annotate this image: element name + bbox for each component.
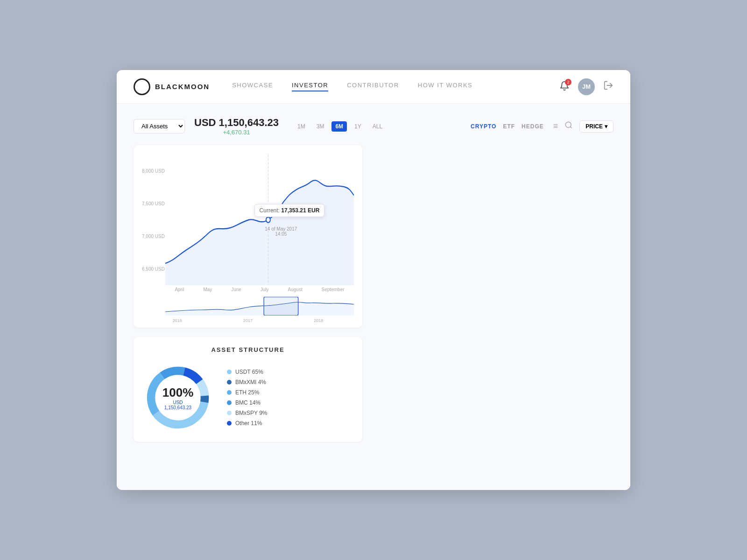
- logo-area: BLACKMOON: [134, 78, 210, 95]
- left-panel: 8,000 USD 7,500 USD 7,000 USD 6,500 USD: [134, 145, 362, 477]
- asset-structure-title: ASSET STRUCTURE: [143, 346, 353, 353]
- time-btn-all[interactable]: ALL: [369, 121, 386, 132]
- asset-structure-inner: 100% USD 1,150,643.23 USDT 65%BMxXMI 4%E…: [143, 363, 353, 433]
- nav-showcase[interactable]: SHOWCASE: [232, 82, 273, 91]
- chart-tooltip: Current: 17,353.21 EUR: [254, 204, 325, 217]
- usd-total-change: +4,670.31: [194, 129, 279, 136]
- time-btn-6m[interactable]: 6M: [331, 121, 347, 132]
- time-btn-3m[interactable]: 3M: [313, 121, 328, 132]
- notification-count: 2: [565, 79, 571, 85]
- legend-item-bmxspy: BMxSPY 9%: [227, 410, 267, 416]
- view-controls: ≡ PRICE ▾: [553, 120, 613, 133]
- svg-point-4: [266, 217, 270, 223]
- nav-contributor[interactable]: CONTRIBUTOR: [347, 82, 399, 91]
- legend-item-eth: ETH 25%: [227, 389, 267, 396]
- header-right: 2 JM: [559, 78, 613, 95]
- logo-text: BLACKMOON: [155, 83, 210, 91]
- nav-how-it-works[interactable]: HOW IT WORKS: [418, 82, 472, 91]
- svg-point-1: [566, 122, 571, 127]
- type-btn-crypto[interactable]: CRYPTO: [471, 123, 496, 130]
- header: BLACKMOON SHOWCASE INVESTOR CONTRIBUTOR …: [117, 70, 630, 104]
- svg-line-2: [571, 126, 572, 128]
- right-panel: [372, 145, 613, 477]
- donut-center: 100% USD 1,150,643.23: [161, 385, 196, 410]
- logo-icon: [134, 78, 150, 95]
- legend-item-other: Other 11%: [227, 420, 267, 427]
- asset-select[interactable]: All Assets: [134, 119, 185, 133]
- donut-chart: 100% USD 1,150,643.23: [143, 363, 213, 433]
- time-btn-1y[interactable]: 1Y: [351, 121, 365, 132]
- chart-y-labels: 8,000 USD 7,500 USD 7,000 USD 6,500 USD: [142, 154, 165, 285]
- type-filter-group: CRYPTO ETF HEDGE: [471, 123, 544, 130]
- donut-percent: 100%: [161, 385, 196, 400]
- legend-item-bmxxmi: BMxXMI 4%: [227, 379, 267, 385]
- chart-svg: [165, 154, 354, 285]
- avatar[interactable]: JM: [578, 78, 595, 95]
- legend-item-bmc: BMC 14%: [227, 399, 267, 406]
- chart-card: 8,000 USD 7,500 USD 7,000 USD 6,500 USD: [134, 145, 362, 328]
- total-value-display: USD 1,150,643.23 +4,670.31: [194, 117, 279, 136]
- svg-rect-5: [264, 297, 298, 315]
- chart-container: 8,000 USD 7,500 USD 7,000 USD 6,500 USD: [142, 154, 354, 285]
- main-content: All Assets USD 1,150,643.23 +4,670.31 1M…: [117, 104, 630, 490]
- time-btn-1m[interactable]: 1M: [294, 121, 309, 132]
- search-icon[interactable]: [564, 121, 573, 132]
- type-btn-hedge[interactable]: HEDGE: [521, 123, 544, 130]
- notification-bell[interactable]: 2: [559, 81, 570, 93]
- chart-date-label: 14 of May 2017 14:05: [265, 226, 297, 237]
- asset-legend: USDT 65%BMxXMI 4%ETH 25%BMC 14%BMxSPY 9%…: [227, 369, 267, 427]
- mini-chart: [165, 297, 354, 315]
- top-bar: All Assets USD 1,150,643.23 +4,670.31 1M…: [134, 117, 613, 136]
- type-btn-etf[interactable]: ETF: [503, 123, 515, 130]
- donut-usd: USD 1,150,643.23: [161, 400, 196, 410]
- price-sort-button[interactable]: PRICE ▾: [579, 120, 613, 133]
- content-row: 8,000 USD 7,500 USD 7,000 USD 6,500 USD: [134, 145, 613, 477]
- chart-x-labels: April May June July August September: [165, 285, 354, 294]
- usd-total-value: USD 1,150,643.23: [194, 117, 279, 129]
- mini-chart-years: 2016 2017 2018: [142, 318, 354, 323]
- app-window: BLACKMOON SHOWCASE INVESTOR CONTRIBUTOR …: [117, 70, 630, 490]
- main-nav: SHOWCASE INVESTOR CONTRIBUTOR HOW IT WOR…: [232, 82, 559, 91]
- asset-structure-card: ASSET STRUCTURE: [134, 337, 362, 442]
- legend-item-usdt: USDT 65%: [227, 369, 267, 375]
- list-view-icon[interactable]: ≡: [553, 121, 558, 131]
- logout-icon[interactable]: [603, 80, 613, 93]
- time-filter-group: 1M 3M 6M 1Y ALL: [294, 121, 386, 132]
- nav-investor[interactable]: INVESTOR: [292, 82, 328, 91]
